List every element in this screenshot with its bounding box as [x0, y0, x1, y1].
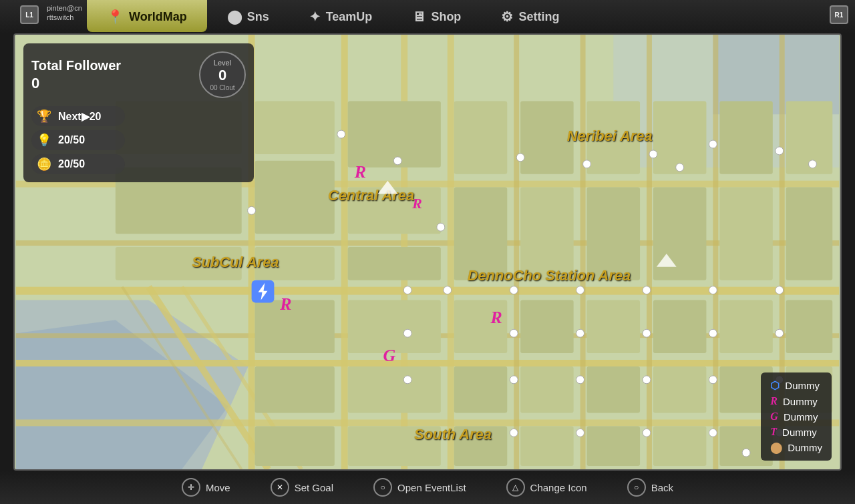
action-move-label: Move [206, 482, 230, 493]
svg-point-95 [776, 329, 784, 337]
legend-g-icon: G [770, 411, 778, 423]
svg-point-102 [510, 429, 518, 437]
svg-point-73 [393, 157, 401, 165]
legend-label-1: Dummy [785, 380, 820, 391]
tab-sns[interactable]: ⬤ Sns [207, 0, 289, 33]
worldmap-icon: 📍 [107, 9, 124, 25]
r1-badge: R1 [830, 5, 848, 24]
svg-rect-28 [348, 247, 441, 280]
svg-text:Neribei Area: Neribei Area [567, 128, 653, 144]
svg-rect-46 [719, 101, 773, 174]
legend-item-dummy4: T Dummy [770, 426, 822, 438]
svg-text:R: R [411, 196, 422, 212]
svg-point-83 [403, 286, 411, 294]
tab-teamup-label: TeamUp [326, 10, 373, 24]
svg-point-100 [709, 376, 717, 384]
action-change-icon-label: Change Icon [530, 482, 587, 493]
svg-rect-50 [786, 188, 833, 280]
action-set-goal-label: Set Goal [295, 482, 333, 493]
action-change-icon[interactable]: △ Change Icon [506, 478, 587, 497]
svg-rect-24 [255, 161, 335, 234]
stat1-row: 💡 20/50 [31, 130, 125, 150]
legend-label-5: Dummy [788, 442, 822, 453]
action-set-goal[interactable]: ✕ Set Goal [271, 478, 333, 497]
legend-item-dummy1: ⬡ Dummy [770, 379, 822, 392]
follower-label: Total Follower [31, 58, 121, 73]
user-info: pinten@cn rttswitch [47, 3, 82, 22]
level-label: Level [214, 59, 231, 67]
bottom-bar: ✛ Move ✕ Set Goal ○ Open EventList △ Cha… [0, 471, 855, 504]
nav-tabs: 📍 WorldMap ⬤ Sns ✦ TeamUp 🖥 Shop ⚙ Setti… [87, 0, 579, 33]
svg-point-104 [643, 429, 651, 437]
svg-point-107 [742, 449, 750, 457]
svg-point-89 [776, 286, 784, 294]
trophy-icon: 🏆 [37, 109, 51, 123]
svg-rect-36 [520, 300, 574, 354]
set-goal-icon: ✕ [271, 478, 289, 497]
legend-label-2: Dummy [783, 396, 818, 407]
svg-rect-58 [255, 426, 335, 466]
tab-teamup[interactable]: ✦ TeamUp [289, 0, 393, 33]
action-move[interactable]: ✛ Move [182, 478, 230, 497]
tab-setting[interactable]: ⚙ Setting [481, 0, 579, 33]
sns-icon: ⬤ [227, 9, 242, 25]
svg-point-84 [444, 286, 452, 294]
level-badge: Level 0 00 Clout [199, 51, 246, 98]
legend-item-dummy5: ⬤ Dummy [770, 441, 822, 454]
legend-circle-icon: ⬤ [770, 441, 782, 454]
svg-text:South Area: South Area [414, 426, 492, 443]
tab-setting-label: Setting [518, 10, 559, 24]
svg-point-79 [676, 164, 684, 172]
svg-rect-63 [653, 426, 707, 466]
svg-point-90 [403, 329, 411, 337]
svg-rect-37 [587, 300, 641, 354]
tab-worldmap-label: WorldMap [129, 10, 187, 24]
follower-text-group: Total Follower 0 [31, 58, 121, 92]
legend-t-icon: T [770, 426, 777, 438]
top-bar: L1 pinten@cn rttswitch 📍 WorldMap ⬤ Sns … [0, 0, 855, 33]
svg-rect-29 [454, 101, 508, 174]
svg-rect-61 [520, 426, 574, 466]
action-open-eventlist[interactable]: ○ Open EventList [373, 478, 466, 497]
stat1-value: 20/50 [58, 134, 85, 146]
follower-count: 0 [31, 75, 121, 92]
svg-rect-42 [587, 366, 641, 413]
svg-point-103 [576, 429, 584, 437]
svg-rect-40 [454, 366, 508, 413]
svg-point-94 [709, 329, 717, 337]
legend: ⬡ Dummy R Dummy G Dummy T Dummy ⬤ Dummy [761, 372, 832, 461]
svg-point-105 [709, 429, 717, 437]
svg-text:R: R [279, 294, 291, 314]
svg-rect-49 [719, 188, 773, 280]
info-panel: Total Follower 0 Level 0 00 Clout 🏆 Next… [23, 43, 254, 182]
legend-item-dummy2: R Dummy [770, 395, 822, 407]
svg-rect-15 [514, 35, 519, 469]
svg-point-88 [709, 286, 717, 294]
svg-rect-18 [713, 35, 718, 469]
action-back[interactable]: ○ Back [627, 478, 673, 497]
svg-rect-14 [448, 35, 454, 469]
svg-point-78 [649, 150, 657, 158]
svg-text:G: G [383, 346, 395, 365]
username: pinten@cn [47, 3, 82, 13]
tab-worldmap[interactable]: 📍 WorldMap [87, 0, 207, 32]
svg-point-74 [437, 223, 445, 231]
legend-r-icon: R [770, 395, 778, 407]
svg-point-76 [516, 154, 524, 162]
l1-badge: L1 [20, 5, 39, 24]
svg-rect-54 [255, 300, 335, 354]
svg-point-93 [643, 329, 651, 337]
svg-point-77 [583, 160, 591, 168]
open-eventlist-icon: ○ [373, 478, 392, 497]
legend-label-4: Dummy [782, 427, 817, 438]
svg-rect-43 [653, 366, 707, 413]
svg-rect-17 [647, 35, 652, 469]
svg-point-99 [643, 376, 651, 384]
svg-rect-23 [255, 101, 335, 154]
tab-sns-label: Sns [247, 10, 269, 24]
svg-text:R: R [354, 162, 366, 182]
svg-point-98 [576, 376, 584, 384]
coin-icon: 🪙 [37, 157, 51, 172]
tab-shop-label: Shop [431, 10, 461, 24]
tab-shop[interactable]: 🖥 Shop [392, 0, 481, 33]
